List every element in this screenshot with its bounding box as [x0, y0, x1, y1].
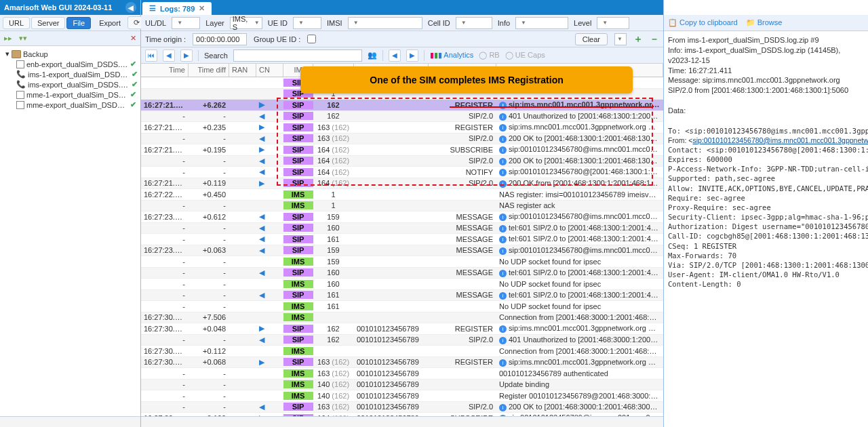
callout-annotation: One of the SIM completes IMS Registratio… — [300, 66, 633, 94]
col-ran[interactable]: RAN — [229, 64, 256, 77]
nav-first-icon[interactable]: ⏮ — [145, 49, 157, 62]
cell-select[interactable]: ▼ — [456, 17, 492, 29]
tree-file[interactable]: mme-export_dualSim_DSDS.log.zip✔ — [1, 100, 139, 110]
file-tree: ▾ Backup enb-export_dualSim_DSDS.log.zip… — [0, 46, 140, 113]
expand-all-icon[interactable]: ▸▸ — [4, 34, 12, 43]
sidebar-collapse-icon[interactable]: ◀ — [125, 2, 136, 13]
group-ueid-checkbox[interactable] — [307, 35, 316, 43]
layer-select[interactable]: IMS, S▼ — [230, 17, 262, 29]
copy-clipboard-button[interactable]: 📋 Copy to clipboard — [668, 18, 738, 27]
time-origin-input[interactable]: 00:00:00.000 — [193, 33, 247, 45]
phone-icon: 📞 — [16, 70, 26, 79]
tree-file[interactable]: enb-export_dualSim_DSDS.log.zip✔ — [1, 59, 139, 69]
log-row[interactable]: 16:27:21.841+0.195▶SIP164 (162)SUBSCRIBE… — [141, 144, 663, 156]
log-row[interactable]: 16:27:22.410+0.450IMS1NAS register: imsi… — [141, 189, 663, 201]
detail-panel: From ims-1-export_dualSim_DSDS.log.zip #… — [664, 31, 868, 293]
log-grid[interactable]: One of the SIM completes IMS Registratio… — [141, 64, 663, 416]
imsi-select[interactable]: ▼ — [348, 17, 422, 29]
log-row[interactable]: --IMS140 (162)001010123456789Update bind… — [141, 380, 663, 391]
log-row[interactable]: 16:27:21.411+6.262▶SIP162REGISTERisip:im… — [141, 100, 663, 111]
grid-hscroll[interactable] — [141, 416, 663, 427]
log-row[interactable]: --◀SIP160MESSAGEitel:601 SIP/2.0 to [200… — [141, 268, 663, 279]
ueid-select[interactable]: ▼ — [293, 17, 321, 29]
browse-button[interactable]: 📁 Browse — [746, 18, 783, 27]
log-row[interactable]: 16:27:30.919+0.100▶SIP164 (162)001010123… — [141, 413, 663, 416]
from-sip-link[interactable]: sip:001010123456780@ims.mnc001.mcc001.3g… — [692, 136, 868, 144]
tree-file[interactable]: 📞ims-export_dualSim_DSDS.log.zip✔ — [1, 79, 139, 89]
log-row[interactable]: --◀SIP163 (162)SIP/2.0i200 OK to [2001:4… — [141, 134, 663, 145]
sidebar-hscroll[interactable] — [0, 416, 140, 427]
col-cn[interactable]: CN — [256, 64, 283, 77]
nav-next-icon[interactable]: ▶ — [180, 49, 193, 62]
log-row[interactable]: --IMS163 (162)00101012345678900101012345… — [141, 368, 663, 380]
log-row[interactable]: 16:27:21.646+0.235▶SIP163 (162)REGISTERi… — [141, 122, 663, 134]
tab-server[interactable]: Server — [31, 17, 65, 29]
log-row[interactable]: --◀SIP163 (162)001010123456789SIP/2.0i20… — [141, 402, 663, 413]
tree-root[interactable]: ▾ Backup — [1, 49, 139, 59]
clear-button[interactable]: Clear — [575, 33, 608, 45]
file-icon — [16, 91, 24, 99]
log-row[interactable]: --◀SIP161MESSAGEitel:601 SIP/2.0 to [200… — [141, 234, 663, 245]
tab-url[interactable]: URL — [3, 17, 30, 29]
phone-icon: 📞 — [16, 80, 26, 89]
log-row[interactable]: 16:27:23.022+0.612◀SIP159MESSAGEisip:001… — [141, 211, 663, 223]
close-icon[interactable]: ✕ — [199, 4, 205, 13]
clear-tree-icon[interactable]: ✕ — [130, 34, 136, 43]
uldl-select[interactable]: ▼ — [172, 17, 200, 29]
log-row[interactable]: --◀SIP162SIP/2.0i401 Unauthorized to [20… — [141, 111, 663, 123]
check-icon: ✔ — [130, 90, 136, 99]
check-icon: ✔ — [130, 60, 136, 68]
log-row[interactable]: 16:27:30.591+7.506IMSConnection from [20… — [141, 312, 663, 324]
level-select[interactable]: ▼ — [597, 17, 629, 29]
log-row[interactable]: --IMS160No UDP socket found for ipsec — [141, 279, 663, 290]
tab-logs[interactable]: ☰ Logs: 789 ✕ — [142, 2, 212, 15]
add-icon[interactable]: ＋ — [633, 33, 643, 45]
log-row[interactable]: 16:27:30.639+0.048▶SIP162001010123456789… — [141, 323, 663, 335]
uecaps-link[interactable]: ◯ UE Caps — [505, 51, 545, 60]
search-input[interactable] — [233, 49, 362, 62]
col-time[interactable]: Time — [141, 64, 189, 77]
file-icon — [16, 60, 24, 68]
log-row[interactable]: 16:27:30.751+0.112IMSConnection from [20… — [141, 346, 663, 357]
rb-link[interactable]: ◯ RB — [479, 51, 499, 60]
log-row[interactable]: --◀SIP164 (162)SIP/2.0i200 OK to [2001:4… — [141, 156, 663, 167]
log-row[interactable]: --◀SIP161MESSAGEitel:601 SIP/2.0 to [200… — [141, 290, 663, 302]
nav2-next-icon[interactable]: ▶ — [406, 49, 418, 62]
tab-file[interactable]: File — [66, 17, 91, 29]
nav2-prev-icon[interactable]: ◀ — [389, 49, 401, 62]
log-row[interactable]: --◀SIP160MESSAGEitel:601 SIP/2.0 to [200… — [141, 223, 663, 235]
log-row[interactable]: 16:27:21.960+0.119▶SIP164 (162)SIP/2.0i2… — [141, 178, 663, 190]
list-icon: ☰ — [149, 4, 156, 13]
log-row[interactable]: --IMS159No UDP socket found for ipsec — [141, 256, 663, 268]
collapse-all-icon[interactable]: ▾▾ — [19, 34, 27, 43]
log-row[interactable]: --◀SIP164 (162)NOTIFYisip:00101012345678… — [141, 167, 663, 178]
tree-file[interactable]: 📞ims-1-export_dualSim_DSDS.log.zip✔ — [1, 69, 139, 79]
tree-file[interactable]: mme-1-export_dualSim_DSDS.log.zip✔ — [1, 89, 139, 100]
app-title: Amarisoft Web GUI 2024-03-11 — [4, 3, 112, 12]
clear-menu[interactable]: ▼ — [614, 33, 627, 45]
check-icon: ✔ — [130, 100, 136, 109]
analytics-link[interactable]: ▮▮▮ Analytics — [430, 51, 473, 60]
info-select[interactable]: ▼ — [515, 17, 568, 29]
remove-icon[interactable]: － — [650, 33, 659, 45]
export-button[interactable]: Export — [94, 18, 126, 28]
nav-prev-icon[interactable]: ◀ — [163, 49, 175, 62]
check-icon: ✔ — [132, 70, 138, 79]
people-icon[interactable]: 👥 — [368, 51, 377, 60]
log-row[interactable]: --IMS161No UDP socket found for ipsec — [141, 301, 663, 312]
col-timediff[interactable]: Time diff — [189, 64, 229, 77]
log-row[interactable]: --IMS140 (162)001010123456789Register 00… — [141, 390, 663, 402]
log-row[interactable]: --IMS1NAS register ack — [141, 201, 663, 212]
folder-icon — [12, 50, 21, 58]
check-icon: ✔ — [132, 80, 138, 89]
log-row[interactable]: 16:27:23.085+0.063◀SIP159MESSAGEisip:001… — [141, 245, 663, 257]
file-icon — [16, 101, 24, 109]
log-row[interactable]: 16:27:30.819+0.068▶SIP163 (162)001010123… — [141, 357, 663, 369]
log-row[interactable]: --◀SIP162001010123456789SIP/2.0i401 Unau… — [141, 335, 663, 346]
